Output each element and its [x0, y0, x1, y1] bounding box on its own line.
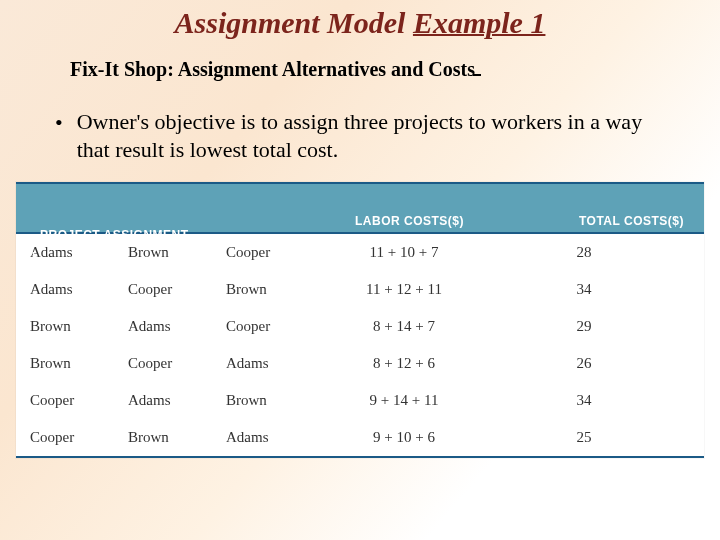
cell-labor-cost: 8 + 12 + 6 — [320, 345, 488, 382]
assignment-table: PROJECT ASSIGNMENT 1 2 3 LABOR COSTS($) … — [16, 182, 704, 458]
table-bottom-rule — [16, 456, 704, 458]
bullet-text: Owner's objective is to assign three pro… — [77, 108, 680, 163]
cell-project-2: Brown — [122, 419, 220, 456]
slide: Assignment Model Example 1 Fix-It Shop: … — [0, 0, 720, 540]
cell-project-2: Cooper — [122, 271, 220, 308]
title-prefix: Assignment Model — [175, 6, 413, 39]
cell-total-cost: 28 — [488, 234, 704, 271]
cell-project-1: Brown — [16, 345, 122, 382]
table-row: BrownAdamsCooper8 + 14 + 729 — [16, 308, 704, 345]
slide-title: Assignment Model Example 1 — [0, 6, 720, 40]
cell-total-cost: 34 — [488, 271, 704, 308]
table-frame: PROJECT ASSIGNMENT 1 2 3 LABOR COSTS($) … — [16, 182, 704, 458]
cell-total-cost: 29 — [488, 308, 704, 345]
cell-labor-cost: 9 + 10 + 6 — [320, 419, 488, 456]
table-body: AdamsBrownCooper11 + 10 + 728AdamsCooper… — [16, 234, 704, 456]
cell-labor-cost: 11 + 10 + 7 — [320, 234, 488, 271]
cell-project-1: Cooper — [16, 382, 122, 419]
cell-project-3: Brown — [220, 271, 320, 308]
cell-project-1: Cooper — [16, 419, 122, 456]
table-row: CooperBrownAdams9 + 10 + 625 — [16, 419, 704, 456]
cell-project-3: Adams — [220, 345, 320, 382]
cell-project-1: Adams — [16, 271, 122, 308]
table-header: PROJECT ASSIGNMENT 1 2 3 LABOR COSTS($) … — [16, 182, 704, 234]
cell-project-3: Cooper — [220, 308, 320, 345]
table-row: BrownCooperAdams8 + 12 + 626 — [16, 345, 704, 382]
cell-project-2: Adams — [122, 308, 220, 345]
table-row: CooperAdamsBrown9 + 14 + 1134 — [16, 382, 704, 419]
cell-total-cost: 25 — [488, 419, 704, 456]
bullet-list: • Owner's objective is to assign three p… — [55, 108, 680, 163]
cell-project-2: Cooper — [122, 345, 220, 382]
table-row: AdamsCooperBrown11 + 12 + 1134 — [16, 271, 704, 308]
cell-total-cost: 26 — [488, 345, 704, 382]
header-col-3: 3 — [196, 250, 282, 264]
cell-labor-cost: 11 + 12 + 11 — [320, 271, 488, 308]
cell-labor-cost: 8 + 14 + 7 — [320, 308, 488, 345]
slide-subtitle: Fix-It Shop: Assignment Alternatives and… — [70, 58, 481, 81]
header-labor-costs: LABOR COSTS($) — [284, 214, 504, 228]
header-divider-line — [24, 246, 279, 247]
bullet-dot-icon: • — [55, 109, 63, 137]
header-col-1: 1 — [24, 250, 110, 264]
cell-project-3: Adams — [220, 419, 320, 456]
cell-project-1: Brown — [16, 308, 122, 345]
title-underlined: Example 1 — [413, 6, 546, 39]
cell-total-cost: 34 — [488, 382, 704, 419]
header-col-2: 2 — [110, 250, 196, 264]
bullet-item: • Owner's objective is to assign three p… — [55, 108, 680, 163]
cell-labor-cost: 9 + 14 + 11 — [320, 382, 488, 419]
cell-project-3: Brown — [220, 382, 320, 419]
text-cursor-icon — [473, 74, 481, 76]
header-total-costs: TOTAL COSTS($) — [504, 214, 696, 228]
header-group-label: PROJECT ASSIGNMENT — [40, 228, 189, 242]
subtitle-text: Fix-It Shop: Assignment Alternatives and… — [70, 58, 475, 80]
cell-project-2: Adams — [122, 382, 220, 419]
